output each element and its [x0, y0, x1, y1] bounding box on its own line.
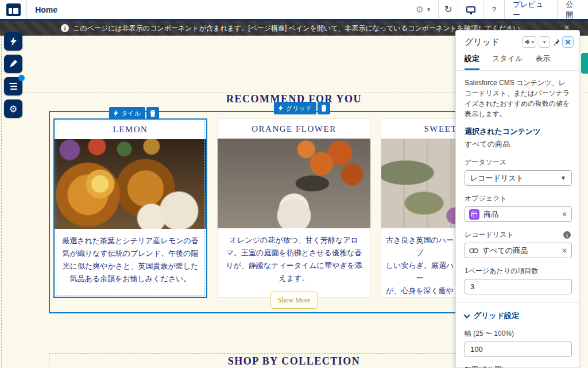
page-tab[interactable]: Home ⚙ ▾ [27, 0, 438, 19]
panel-menu-button[interactable]: ▾ [539, 36, 550, 48]
width-input[interactable] [465, 342, 572, 357]
record-list-label: レコードリスト [465, 230, 514, 240]
sidebar-theme-button[interactable] [4, 55, 22, 73]
sidebar-page-structure-button[interactable] [4, 77, 22, 95]
caret-down-icon: ▾ [531, 39, 534, 45]
grid-settings-section-toggle[interactable]: グリッド設定 [465, 310, 571, 321]
section-divider [456, 302, 579, 303]
lightning-icon [278, 105, 283, 112]
tab-display[interactable]: 表示 [535, 53, 550, 70]
selected-content-value: すべての商品 [465, 139, 571, 150]
selected-content-label: 選択されたコンテンツ [465, 126, 571, 137]
data-source-label: データソース [465, 158, 571, 167]
trash-icon [150, 110, 156, 117]
grid-badge[interactable]: グリッド [274, 102, 316, 114]
pin-icon [552, 39, 560, 46]
help-button[interactable]: ? [483, 0, 504, 19]
chevron-down-icon [463, 312, 470, 318]
notification-dot [18, 75, 25, 81]
orange-flower-photo [218, 139, 370, 228]
tile-inner-guide [56, 121, 205, 296]
tab-style[interactable]: スタイル [492, 53, 523, 70]
description-line: が、心身を深く癒や [384, 285, 456, 297]
grid-component-toolbar: グリッド [274, 102, 330, 114]
page-actions-caret-icon[interactable]: ▾ [427, 6, 431, 13]
items-per-page-label: 1ページあたりの項目数 [465, 266, 571, 276]
pin-panel-button[interactable] [552, 39, 560, 46]
builder-logo-icon [6, 3, 21, 16]
preview-button[interactable]: プレビュー [504, 0, 557, 19]
record-list-pill[interactable]: すべての商品 ✕ [465, 243, 572, 258]
record-list-value: すべての商品 [482, 246, 528, 256]
builder-topbar: Home ⚙ ▾ ↻ ? プレビュー 公開 [0, 0, 588, 21]
page-structure-icon [9, 83, 17, 90]
page-name: Home [35, 5, 57, 14]
grid-delete-button[interactable] [318, 102, 330, 114]
component-visibility-button[interactable]: ▾ [522, 36, 536, 48]
description-line: しい安らぎ。厳選ハー [384, 259, 456, 285]
product-tile-lemon[interactable]: LEMON 厳選された茶葉とシチリア産レモンの香気が織りなす伝統のブレンド。午後… [53, 118, 207, 298]
panel-title: グリッド [465, 37, 500, 48]
width-label: 幅 (25 〜 100%) [465, 329, 571, 339]
panel-close-icon[interactable]: ✕ [562, 36, 574, 48]
data-source-value: レコードリスト [470, 173, 524, 183]
refresh-icon: ↻ [444, 3, 452, 16]
sidebar-settings-button[interactable]: ⚙ [4, 99, 22, 118]
trash-icon [321, 105, 327, 112]
show-more-button[interactable]: Show More [270, 292, 318, 309]
gear-icon: ⚙ [9, 103, 17, 114]
device-preview-button[interactable] [458, 0, 483, 19]
tab-settings[interactable]: 設定 [465, 53, 479, 70]
desktop-icon [466, 6, 475, 13]
product-description: 古き良き英国のハーブ しい安らぎ。厳選ハー が、心身を深く癒や [381, 228, 458, 297]
grid-settings-panel: グリッド ▾ ▾ ✕ 設定 スタイル 表示 Salesforce CMS コ [455, 30, 580, 368]
grid-badge-label: グリッド [286, 104, 312, 113]
remove-object-icon[interactable]: ✕ [562, 210, 567, 218]
product-object-icon [469, 209, 479, 220]
lightning-icon [114, 110, 118, 117]
tile-delete-button[interactable] [146, 107, 159, 120]
publish-button[interactable]: 公開 [557, 0, 588, 19]
canvas-edge-guide [1, 36, 2, 368]
product-tile-orange-flower[interactable]: ORANGE FLOWER オレンジの花が放つ、甘く芳醇なアロマ。王室の庭園を彷… [217, 118, 371, 298]
component-description: Salesforce CMS コンテンツ、レコードリスト、またはパーソナライズさ… [465, 78, 571, 119]
caret-down-icon: ▼ [560, 175, 566, 181]
caret-down-icon: ▾ [543, 39, 546, 45]
builder-sidebar: ⚙ [4, 32, 22, 118]
sidebar-components-button[interactable] [4, 32, 22, 51]
lightning-icon [10, 37, 17, 46]
remove-record-list-icon[interactable]: ✕ [562, 247, 567, 255]
product-title: ORANGE FLOWER [218, 119, 370, 139]
link-icon [469, 248, 478, 254]
grid-settings-section-label: グリッド設定 [474, 310, 519, 321]
tile-badge-label: タイル [121, 109, 141, 118]
alignment-label: 配置(横位置) [465, 365, 571, 368]
collapsed-panel-tab[interactable] [581, 53, 588, 74]
visibility-icon [524, 39, 530, 45]
experience-builder: RECOMMEND FOR YOU グリッド タイル LEM [0, 0, 588, 368]
page-settings-gear-icon[interactable]: ⚙ [415, 4, 423, 15]
items-per-page-input[interactable] [465, 279, 572, 294]
object-value: 商品 [483, 209, 498, 220]
data-source-select[interactable]: レコードリスト ▼ [465, 170, 572, 186]
panel-tabs: 設定 スタイル 表示 [456, 51, 579, 71]
tile-component-toolbar: タイル [109, 107, 159, 120]
object-label: オブジェクト [465, 194, 571, 204]
refresh-button[interactable]: ↻ [438, 0, 457, 19]
brush-icon [9, 60, 17, 68]
product-title: SWEET [381, 119, 458, 139]
info-icon: i [563, 231, 571, 239]
description-line: 古き良き英国のハーブ [384, 234, 456, 259]
builder-home-button[interactable] [0, 0, 27, 19]
object-pill[interactable]: 商品 ✕ [465, 206, 572, 222]
info-icon: i [61, 24, 69, 32]
product-description: オレンジの花が放つ、甘く芳醇なアロマ。王室の庭園を彷彿とさせる優雅な香りが、静謐… [218, 228, 370, 285]
tile-badge[interactable]: タイル [109, 107, 145, 120]
